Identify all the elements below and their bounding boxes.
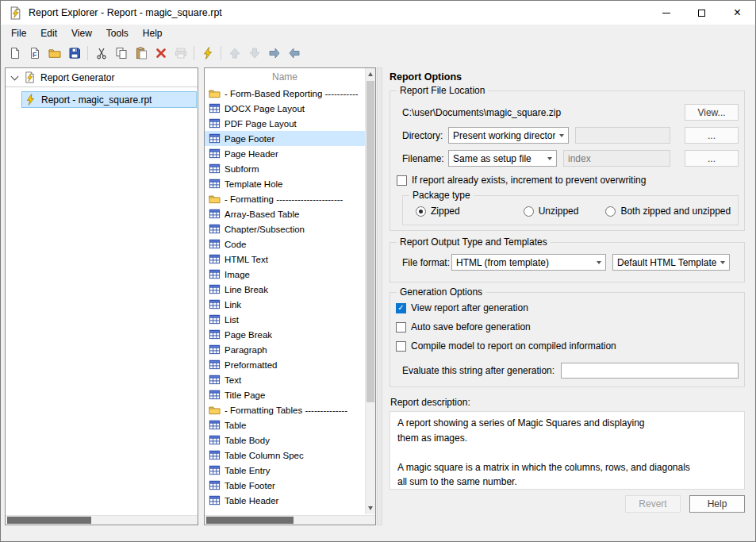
list-item-image[interactable]: Image — [205, 267, 365, 282]
forward-icon[interactable] — [265, 44, 283, 62]
checkbox-label: Compile model to report on compiled info… — [411, 340, 616, 352]
save-icon[interactable] — [65, 44, 83, 62]
list-item-label: Subform — [224, 164, 259, 174]
list-item-formatting-tables[interactable]: - Formatting Tables -------------- — [205, 402, 365, 417]
component-icon — [209, 389, 221, 401]
list-item-chapter-subsection[interactable]: Chapter/Subsection — [205, 221, 365, 236]
checkbox-box — [396, 322, 406, 333]
list-item-line-break[interactable]: Line Break — [205, 282, 365, 297]
evaluate-string-input[interactable] — [561, 363, 739, 379]
scroll-down-icon[interactable] — [368, 506, 373, 510]
list-item-table-footer[interactable]: Table Footer — [205, 478, 365, 493]
list-item-code[interactable]: Code — [205, 236, 365, 252]
group-label: Report File Location — [397, 85, 488, 96]
list-item-title-page[interactable]: Title Page — [205, 387, 365, 402]
list-item-table-body[interactable]: Table Body — [205, 432, 365, 448]
filename-browse-button[interactable]: ... — [685, 150, 739, 167]
cut-icon[interactable] — [92, 44, 110, 62]
list-vertical-scrollbar[interactable] — [365, 68, 375, 514]
list-item-label: PDF Page Layout — [224, 119, 297, 129]
back-icon[interactable] — [285, 44, 303, 62]
tree-node-report-generator[interactable]: Report Generator — [6, 68, 198, 87]
list-item-docx-page-layout[interactable]: DOCX Page Layout — [205, 101, 365, 116]
minimize-icon — [662, 13, 670, 13]
chevron-down-icon — [547, 157, 552, 163]
checkbox-compile-model-to-report-on-compiled-information[interactable]: Compile model to report on compiled info… — [396, 340, 739, 352]
radio-both-zipped-and-unzipped[interactable]: Both zipped and unzipped — [605, 206, 731, 217]
list-item-form-based-reporting[interactable]: - Form-Based Reporting ----------- — [205, 86, 365, 101]
scrollbar-thumb[interactable] — [206, 517, 294, 524]
list-item-table-entry[interactable]: Table Entry — [205, 463, 365, 478]
checkbox-increment-to-prevent-overwriting[interactable]: If report already exists, increment to p… — [397, 175, 739, 186]
scroll-up-icon[interactable] — [368, 72, 373, 76]
options-panel-scrollbar[interactable] — [377, 67, 382, 525]
list-item-table-column-spec[interactable]: Table Column Spec — [205, 448, 365, 463]
list-item-subform[interactable]: Subform — [205, 161, 365, 176]
menu-view[interactable]: View — [64, 25, 99, 41]
list-item-table-header[interactable]: Table Header — [205, 493, 365, 508]
component-icon — [209, 268, 221, 280]
list-item-template-hole[interactable]: Template Hole — [205, 176, 365, 191]
component-icon — [209, 494, 221, 506]
copy-icon[interactable] — [112, 44, 130, 62]
template-select[interactable]: Default HTML Template — [612, 254, 730, 271]
directory-browse-button[interactable]: ... — [685, 127, 739, 144]
list-item-list[interactable]: List — [205, 312, 365, 327]
report-description-text[interactable]: A report showing a series of Magic Squar… — [390, 411, 745, 490]
scrollbar-thumb[interactable] — [7, 517, 91, 524]
help-button[interactable]: Help — [689, 495, 745, 513]
paste-icon[interactable] — [132, 44, 150, 62]
list-item-page-break[interactable]: Page Break — [205, 327, 365, 342]
menu-help[interactable]: Help — [136, 25, 170, 41]
checkbox-box — [396, 341, 406, 352]
list-item-html-text[interactable]: HTML Text — [205, 252, 365, 267]
list-item-label: - Formatting Tables -------------- — [224, 406, 347, 415]
file-format-select[interactable]: HTML (from template) — [451, 254, 606, 271]
list-item-label: Chapter/Subsection — [224, 225, 305, 234]
menu-tools[interactable]: Tools — [99, 25, 136, 41]
list-item-label: Table — [224, 421, 247, 430]
list-item-label: Table Header — [224, 496, 278, 505]
filename-select[interactable]: Same as setup file — [448, 150, 557, 167]
list-item-label: Table Column Spec — [224, 451, 304, 460]
list-item-table[interactable]: Table — [205, 417, 365, 432]
radio-zipped[interactable]: Zipped — [416, 206, 460, 217]
list-item-array-based-table[interactable]: Array-Based Table — [205, 206, 365, 221]
view-button[interactable]: View... — [685, 104, 739, 121]
report-options-panel: Report Options Report File Location C:\u… — [383, 67, 750, 525]
generate-report-icon[interactable] — [198, 44, 217, 62]
close-button[interactable]: × — [720, 1, 755, 25]
list-item-page-header[interactable]: Page Header — [205, 146, 365, 161]
delete-icon[interactable] — [152, 44, 170, 62]
scrollbar-thumb[interactable] — [366, 81, 374, 402]
maximize-button[interactable] — [684, 1, 720, 25]
minimize-button[interactable] — [648, 1, 684, 25]
checkbox-box — [397, 175, 407, 186]
tree-horizontal-scrollbar[interactable] — [6, 515, 198, 525]
panel-title: Report Options — [390, 71, 745, 83]
menu-edit[interactable]: Edit — [33, 25, 64, 41]
template-value: Default HTML Template — [617, 257, 716, 268]
list-item-paragraph[interactable]: Paragraph — [205, 342, 365, 357]
list-item-text[interactable]: Text — [205, 372, 365, 387]
list-item-page-footer[interactable]: Page Footer — [205, 131, 365, 146]
chevron-down-icon[interactable] — [11, 72, 19, 80]
list-item-label: Array-Based Table — [224, 209, 299, 219]
list-item-link[interactable]: Link — [205, 297, 365, 312]
checkbox-auto-save-before-generation[interactable]: Auto save before generation — [396, 321, 739, 333]
list-item-preformatted[interactable]: Preformatted — [205, 357, 365, 372]
directory-select[interactable]: Present working directory — [448, 127, 569, 144]
list-horizontal-scrollbar[interactable] — [205, 515, 375, 525]
tree-node-report-magic-square[interactable]: Report - magic_square.rpt — [21, 91, 197, 108]
new-report-icon[interactable] — [6, 44, 24, 62]
generation-checkboxes: ✓View report after generationAuto save b… — [396, 302, 739, 352]
revert-button: Revert — [625, 495, 681, 513]
radio-unzipped[interactable]: Unzipped — [524, 206, 579, 217]
new-form-icon[interactable]: F — [25, 44, 44, 62]
open-file-icon[interactable] — [45, 44, 63, 62]
list-item-label: - Formatting ---------------------- — [224, 194, 343, 204]
list-item-formatting[interactable]: - Formatting ---------------------- — [205, 191, 365, 206]
checkbox-view-report-after-generation[interactable]: ✓View report after generation — [396, 302, 739, 313]
list-item-pdf-page-layout[interactable]: PDF Page Layout — [205, 116, 365, 131]
menu-file[interactable]: File — [4, 25, 33, 41]
